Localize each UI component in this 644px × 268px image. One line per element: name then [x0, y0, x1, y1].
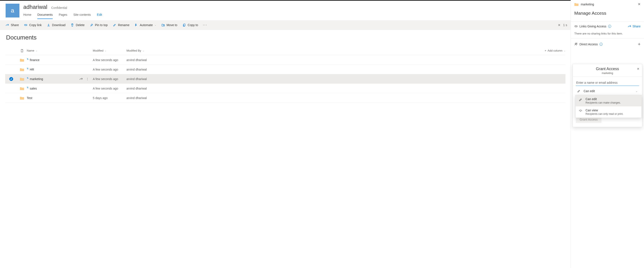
recipient-input[interactable] — [576, 80, 639, 86]
col-modified-label: Modified — [93, 49, 104, 52]
row-name: sales — [30, 87, 37, 90]
option-desc: Recipients can make changes. — [586, 101, 621, 104]
chevron-down-icon: ⌄ — [105, 50, 106, 52]
nav-home[interactable]: Home — [23, 12, 31, 19]
row-modified-by: arvind dhariwal — [126, 58, 161, 62]
chevron-down-icon: ⌄ — [142, 50, 144, 52]
close-callout-button[interactable]: ✕ — [637, 67, 640, 70]
folder-icon — [20, 87, 24, 90]
chevron-down-icon: ⌄ — [154, 24, 156, 26]
move-to-button[interactable]: Move to — [159, 22, 180, 28]
pin-icon — [90, 23, 93, 27]
permission-option-can-view[interactable]: Can view Recipients can only read or pri… — [576, 106, 642, 118]
table-row[interactable]: Test5 days agoarvind dhariwal — [5, 93, 566, 103]
trash-icon — [70, 23, 74, 27]
site-title: adhariwal — [23, 4, 47, 10]
row-name: HR — [30, 68, 34, 71]
delete-button[interactable]: Delete — [68, 22, 86, 28]
move-icon — [162, 23, 165, 27]
link-icon — [24, 23, 28, 27]
command-bar: Share Copy link Download Delete Pin to t… — [0, 20, 570, 30]
chevron-down-icon: ⌄ — [36, 50, 37, 52]
people-icon — [574, 42, 578, 46]
pin-label: Pin to top — [95, 23, 108, 27]
panel-title: Manage Access — [571, 8, 644, 21]
pin-button[interactable]: Pin to top — [88, 22, 110, 28]
table-row[interactable]: ⇅salesA few seconds agoarvind dhariwal — [5, 84, 566, 93]
direct-section-title: Direct Access — [580, 42, 598, 46]
add-direct-access-button[interactable]: + — [638, 42, 640, 47]
permission-select[interactable]: Can edit ⌄ Can edit Recipients can make … — [576, 87, 639, 95]
panel-folder-name: marketing — [581, 2, 594, 6]
download-label: Download — [52, 23, 66, 27]
automate-label: Automate — [140, 23, 153, 27]
col-modified[interactable]: Modified ⌄ — [93, 49, 126, 52]
share-button[interactable]: Share — [4, 22, 21, 28]
copy-to-label: Copy to — [188, 23, 198, 27]
sync-icon: ⇅ — [27, 58, 28, 60]
table-row[interactable]: ⇅financeA few seconds agoarvind dhariwal — [5, 55, 566, 65]
info-icon[interactable]: i — [608, 25, 611, 28]
option-desc: Recipients can only read or print. — [586, 112, 623, 116]
row-modified-by: arvind dhariwal — [126, 96, 161, 100]
add-column-label: Add column — [548, 49, 562, 52]
permission-current: Can edit — [584, 89, 595, 93]
row-modified: A few seconds ago — [93, 68, 126, 71]
row-name: finance — [30, 58, 40, 62]
col-name-label: Name — [27, 49, 34, 52]
row-modified: A few seconds ago — [93, 58, 126, 62]
row-selected-check[interactable] — [9, 77, 13, 81]
page-title: Documents — [0, 30, 570, 46]
permission-option-can-edit[interactable]: Can edit Recipients can make changes. — [576, 95, 642, 106]
nav-site-contents[interactable]: Site contents — [74, 12, 91, 19]
rename-label: Rename — [118, 23, 130, 27]
grant-access-title: Grant Access — [576, 67, 638, 71]
rename-button[interactable]: Rename — [111, 22, 132, 28]
direct-access-section: Direct Access i + — [571, 38, 644, 50]
close-selection-icon[interactable] — [558, 23, 561, 27]
download-icon — [47, 23, 50, 27]
share-label: Share — [11, 23, 19, 27]
nav-documents[interactable]: Documents — [37, 12, 53, 19]
selection-count: 1 s — [563, 23, 567, 27]
close-panel-button[interactable]: ✕ — [638, 2, 640, 6]
nav-edit[interactable]: Edit — [97, 12, 102, 19]
col-modified-by[interactable]: Modified By ⌄ — [126, 49, 161, 52]
copy-to-button[interactable]: Copy to — [180, 22, 200, 28]
overflow-button[interactable]: ··· — [201, 23, 209, 27]
col-name[interactable]: Name ⌄ — [27, 49, 93, 52]
sync-icon: ⇅ — [27, 86, 28, 89]
folder-icon — [20, 96, 24, 100]
pencil-icon — [577, 89, 580, 93]
option-title: Can edit — [586, 97, 621, 101]
site-header: a adhariwal Confidential Home Documents … — [0, 1, 570, 19]
share-icon[interactable] — [80, 77, 83, 81]
share-icon — [6, 23, 9, 27]
row-modified-by: arvind dhariwal — [126, 77, 161, 81]
grant-access-callout: Grant Access marketing ✕ Can edit ⌄ Can … — [572, 64, 642, 127]
documents-table: Name ⌄ Modified ⌄ Modified By ⌄ + Add co… — [5, 46, 566, 103]
table-row[interactable]: ⇅marketing⋮A few seconds agoarvind dhari… — [5, 74, 566, 84]
download-button[interactable]: Download — [45, 22, 68, 28]
row-more-button[interactable]: ⋮ — [86, 77, 89, 81]
table-row[interactable]: ⇅HRA few seconds agoarvind dhariwal — [5, 65, 566, 74]
nav-pages[interactable]: Pages — [59, 12, 67, 19]
folder-icon — [20, 68, 24, 71]
svg-point-0 — [575, 43, 576, 44]
panel-share-button[interactable]: Share — [628, 24, 640, 28]
move-to-label: Move to — [166, 23, 178, 27]
links-section-title: Links Giving Access — [580, 24, 606, 28]
option-title: Can view — [586, 108, 623, 112]
add-column[interactable]: + Add column ⌄ — [161, 49, 566, 52]
site-classification: Confidential — [51, 6, 67, 10]
copy-link-label: Copy link — [29, 23, 42, 27]
rename-icon — [113, 23, 116, 27]
automate-button[interactable]: Automate ⌄ — [132, 22, 158, 28]
info-icon[interactable]: i — [600, 43, 602, 46]
row-modified-by: arvind dhariwal — [126, 87, 161, 90]
file-type-icon — [20, 49, 24, 52]
site-logo[interactable]: a — [6, 4, 20, 18]
copy-link-button[interactable]: Copy link — [22, 22, 44, 28]
sync-icon: ⇅ — [27, 67, 28, 70]
col-modified-by-label: Modified By — [126, 49, 141, 52]
